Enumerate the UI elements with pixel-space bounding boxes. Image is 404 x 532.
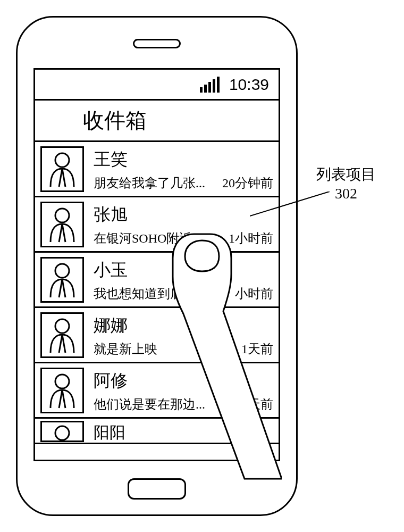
message-time: 3天前 xyxy=(237,396,273,413)
avatar-icon xyxy=(40,312,84,358)
sender-name: 阳阳 xyxy=(94,422,273,444)
list-item[interactable]: 王笑 朋友给我拿了几张... 20分钟前 xyxy=(35,142,279,197)
annotation-label: 列表项目 302 xyxy=(316,165,376,204)
message-snippet: 就是新上映 xyxy=(94,340,157,358)
list-item[interactable]: 张旭 在银河SOHO附近... 1小时前 xyxy=(35,197,279,253)
sender-name: 小玉 xyxy=(94,259,273,282)
phone-screen: 10:39 收件箱 王笑 朋友给我拿了几张... 20分钟前 xyxy=(33,68,280,461)
list-item[interactable]: 阿修 他们说是要在那边... 3天前 xyxy=(35,363,279,419)
speaker-slot xyxy=(133,39,181,48)
svg-point-4 xyxy=(55,375,69,388)
list-item[interactable]: 小玉 我也想知道到底 小时前 xyxy=(35,253,279,308)
message-time: 小时前 xyxy=(231,285,273,302)
annotation-ref: 302 xyxy=(316,184,376,203)
sender-name: 娜娜 xyxy=(94,314,273,337)
sender-name: 张旭 xyxy=(94,203,273,227)
message-time: 1小时前 xyxy=(224,230,273,247)
message-list[interactable]: 王笑 朋友给我拿了几张... 20分钟前 张旭 在银河SOHO xyxy=(35,142,279,444)
avatar-icon xyxy=(40,368,84,413)
avatar-icon xyxy=(40,202,84,247)
message-time: 20分钟前 xyxy=(218,174,273,192)
svg-point-5 xyxy=(55,426,69,440)
message-time: 1天前 xyxy=(237,340,273,358)
avatar-icon xyxy=(40,146,84,192)
home-button[interactable] xyxy=(128,478,186,500)
message-snippet: 朋友给我拿了几张... xyxy=(94,174,205,192)
avatar-icon xyxy=(40,421,84,442)
svg-point-0 xyxy=(55,153,69,167)
message-snippet: 在银河SOHO附近... xyxy=(94,230,201,247)
status-bar: 10:39 xyxy=(35,70,279,101)
avatar-icon xyxy=(40,257,84,303)
annotation-text: 列表项目 xyxy=(316,165,376,184)
status-time: 10:39 xyxy=(229,76,269,94)
sender-name: 王笑 xyxy=(94,148,273,171)
sender-name: 阿修 xyxy=(94,369,273,393)
list-item[interactable]: 娜娜 就是新上映 1天前 xyxy=(35,308,279,363)
message-snippet: 他们说是要在那边... xyxy=(94,396,205,413)
message-snippet: 我也想知道到底 xyxy=(94,285,183,302)
title-bar: 收件箱 xyxy=(35,101,279,142)
svg-point-2 xyxy=(55,264,69,278)
phone-outline: 10:39 收件箱 王笑 朋友给我拿了几张... 20分钟前 xyxy=(16,16,298,516)
svg-point-3 xyxy=(55,319,69,333)
svg-point-1 xyxy=(55,209,69,222)
title-text: 收件箱 xyxy=(83,106,147,135)
list-item[interactable]: 阳阳 xyxy=(35,419,279,444)
signal-icon xyxy=(200,77,220,93)
